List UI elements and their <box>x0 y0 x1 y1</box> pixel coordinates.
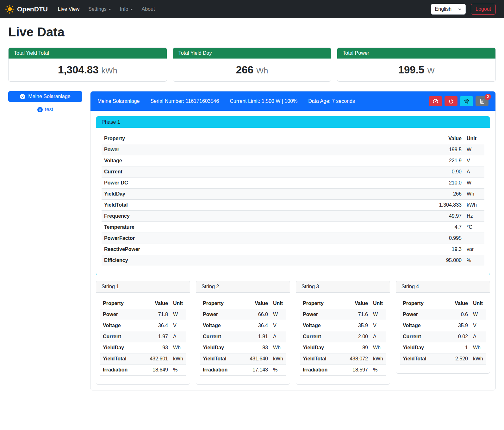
event-log-button[interactable]: 2 <box>476 96 488 106</box>
phase-table: Property Value Unit Power199.5WVoltage22… <box>102 133 484 266</box>
unit-cell: V <box>370 320 386 331</box>
nav-info[interactable]: Info <box>115 4 137 15</box>
inverter-item-test[interactable]: test <box>8 107 82 112</box>
language-value: English <box>435 6 451 12</box>
nav-settings[interactable]: Settings <box>84 4 115 15</box>
inverter-select-button[interactable]: Meine Solaranlage <box>8 91 82 102</box>
value-cell: 18.649 <box>144 365 171 376</box>
unit-cell: kWh <box>171 353 186 365</box>
unit-cell <box>464 233 484 244</box>
unit-cell: W <box>470 309 486 320</box>
property-cell: Frequency <box>102 211 417 222</box>
card-title: Total Power <box>337 48 495 59</box>
table-row: Power0.6W <box>400 309 486 320</box>
table-row: YieldDay83Wh <box>200 342 286 353</box>
nav-about[interactable]: About <box>137 4 159 15</box>
data-age: Data Age: 7 seconds <box>308 98 355 104</box>
value-cell: 93 <box>144 342 171 353</box>
property-cell: YieldDay <box>200 342 244 353</box>
value-cell: 0.90 <box>417 166 464 178</box>
value-cell: 438.072 <box>344 353 370 365</box>
value-cell: 19.3 <box>417 244 464 255</box>
value-cell: 1.81 <box>244 331 271 342</box>
property-cell: YieldDay <box>400 342 444 353</box>
string-body: Property Value Unit Power71.8WVoltage36.… <box>96 293 190 384</box>
device-info-button[interactable] <box>460 96 473 106</box>
table-row: Frequency49.97Hz <box>102 211 484 222</box>
unit-text: W <box>427 66 435 75</box>
table-header-row: Property Value Unit <box>300 298 386 309</box>
limit-settings-button[interactable] <box>429 96 442 106</box>
col-unit: Unit <box>464 133 484 144</box>
string-title: String 2 <box>196 281 290 293</box>
value-cell: 432.601 <box>144 353 171 365</box>
inverter-header: Meine Solaranlage Serial Number: 1161716… <box>90 91 495 111</box>
table-row: YieldTotal2.520kWh <box>400 353 486 365</box>
property-cell: YieldDay <box>102 189 417 200</box>
nav-live-view[interactable]: Live View <box>53 4 84 15</box>
unit-cell: Wh <box>370 342 386 353</box>
check-circle-icon <box>20 94 25 99</box>
value-cell: 17.143 <box>244 365 271 376</box>
unit-text: kWh <box>102 66 117 75</box>
unit-cell: Wh <box>464 189 484 200</box>
property-cell: YieldTotal <box>200 353 244 365</box>
table-row: Power71.6W <box>300 309 386 320</box>
sun-logo-icon <box>5 4 15 14</box>
unit-cell: A <box>464 166 484 178</box>
table-row: Power66.0W <box>200 309 286 320</box>
col-unit: Unit <box>370 298 386 309</box>
string-table: Property Value Unit Power71.8WVoltage36.… <box>100 298 186 376</box>
table-row: Voltage36.4V <box>100 320 186 331</box>
value-cell: 71.8 <box>144 309 171 320</box>
brand-home-link[interactable]: OpenDTU <box>5 4 48 14</box>
col-property: Property <box>102 133 417 144</box>
language-select[interactable]: English <box>431 4 466 15</box>
table-row: Power DC210.0W <box>102 178 484 189</box>
unit-cell: Wh <box>470 342 486 353</box>
summary-cards: Total Yield Total 1,304.83kWh Total Yiel… <box>0 47 504 82</box>
power-button[interactable] <box>445 96 457 106</box>
property-cell: PowerFactor <box>102 233 417 244</box>
unit-cell: % <box>171 365 186 376</box>
property-cell: ReactivePower <box>102 244 417 255</box>
table-row: Efficiency95.000% <box>102 255 484 266</box>
property-cell: YieldTotal <box>100 353 144 365</box>
unit-cell: W <box>271 309 286 320</box>
unit-cell: % <box>271 365 286 376</box>
value-cell: 36.4 <box>244 320 271 331</box>
unit-cell: A <box>470 331 486 342</box>
col-value: Value <box>244 298 271 309</box>
value-cell: 199.5 <box>417 144 464 155</box>
col-property: Property <box>300 298 344 309</box>
power-icon <box>448 98 454 104</box>
table-row: Voltage35.9V <box>400 320 486 331</box>
page-title: Live Data <box>8 25 496 39</box>
card-total-power: Total Power 199.5W <box>337 47 496 82</box>
logout-button[interactable]: Logout <box>471 4 496 15</box>
unit-cell: W <box>464 144 484 155</box>
unit-cell: A <box>370 331 386 342</box>
property-cell: Power <box>400 309 444 320</box>
unit-cell: W <box>370 309 386 320</box>
table-row: Power199.5W <box>102 144 484 155</box>
unit-cell: A <box>171 331 186 342</box>
phase-title: Phase 1 <box>96 116 490 128</box>
unit-cell: Wh <box>271 342 286 353</box>
string-body: Property Value Unit Power0.6WVoltage35.9… <box>396 293 490 373</box>
card-value: 199.5W <box>337 59 495 81</box>
unit-cell: Hz <box>464 211 484 222</box>
nav-links: Live View Settings Info About <box>53 4 159 15</box>
table-header-row: Property Value Unit <box>100 298 186 309</box>
col-value: Value <box>417 133 464 144</box>
table-row: YieldTotal438.072kWh <box>300 353 386 365</box>
col-property: Property <box>200 298 244 309</box>
string-table: Property Value Unit Power66.0WVoltage36.… <box>200 298 286 376</box>
col-unit: Unit <box>271 298 286 309</box>
value-cell: 221.9 <box>417 155 464 166</box>
value-cell: 36.4 <box>144 320 171 331</box>
col-value: Value <box>144 298 171 309</box>
test-label: test <box>45 107 53 112</box>
table-row: YieldDay1Wh <box>400 342 486 353</box>
unit-cell: V <box>470 320 486 331</box>
